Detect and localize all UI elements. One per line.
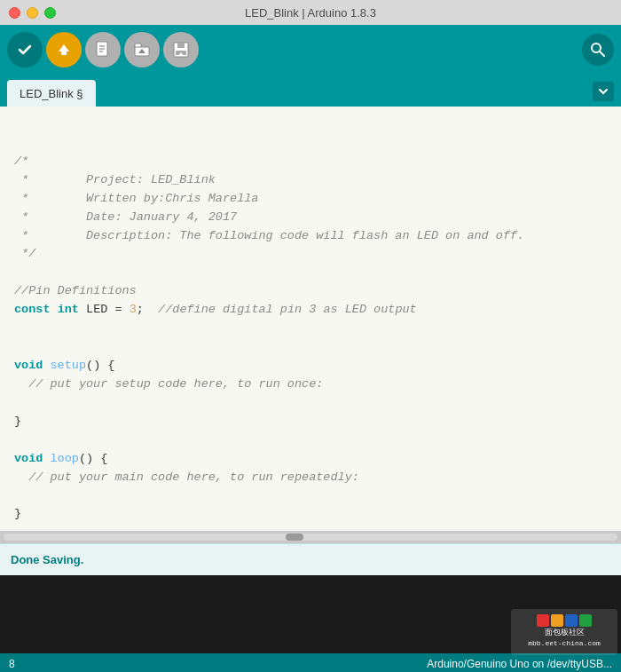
horizontal-scrollbar[interactable] — [0, 531, 621, 543]
line-number: 8 — [9, 658, 15, 670]
logo-green-square — [579, 614, 592, 627]
close-button[interactable] — [9, 7, 20, 19]
watermark-text: 面包板社区 mbb.eet-china.com — [528, 629, 601, 649]
new-button[interactable] — [85, 32, 121, 67]
statusbar: Done Saving. — [0, 543, 621, 575]
open-button[interactable] — [124, 32, 160, 67]
checkmark-icon — [15, 40, 35, 59]
toolbar — [0, 25, 621, 75]
open-icon — [132, 40, 152, 59]
tab-led-blink[interactable]: LED_Blink § — [7, 80, 96, 107]
minimize-button[interactable] — [27, 7, 38, 19]
scrollbar-track — [4, 534, 617, 541]
save-icon — [171, 40, 191, 59]
board-info: Arduino/Genuino Uno on /dev/ttyUSB... — [427, 658, 612, 670]
watermark: 面包板社区 mbb.eet-china.com — [511, 609, 617, 655]
search-icon — [590, 42, 606, 58]
logo-orange-square — [551, 614, 563, 627]
titlebar: LED_Blink | Arduino 1.8.3 — [0, 0, 621, 25]
save-button[interactable] — [163, 32, 199, 67]
chevron-down-icon — [598, 86, 609, 97]
tabbar: LED_Blink § — [0, 75, 621, 107]
upload-icon — [54, 40, 74, 59]
svg-line-15 — [600, 51, 604, 56]
code-editor[interactable]: /* * Project: LED_Blink * Written by:Chr… — [0, 107, 621, 531]
watermark-logo — [537, 614, 592, 627]
status-message: Done Saving. — [11, 553, 83, 566]
scrollbar-thumb[interactable] — [286, 534, 303, 541]
titlebar-title: LED_Blink | Arduino 1.8.3 — [245, 6, 376, 20]
upload-button[interactable] — [46, 32, 82, 67]
new-file-icon — [93, 40, 113, 59]
svg-rect-11 — [177, 43, 185, 48]
verify-button[interactable] — [7, 32, 43, 67]
maximize-button[interactable] — [44, 7, 56, 19]
tab-label: LED_Blink § — [20, 87, 83, 100]
logo-red-square — [537, 614, 549, 627]
search-button[interactable] — [582, 34, 614, 66]
bottombar: 8 Arduino/Genuino Uno on /dev/ttyUSB... … — [0, 653, 621, 672]
tab-dropdown-button[interactable] — [593, 82, 614, 101]
code-content: /* * Project: LED_Blink * Written by:Chr… — [14, 153, 607, 524]
window-controls — [9, 7, 56, 19]
logo-blue-square — [565, 614, 578, 627]
